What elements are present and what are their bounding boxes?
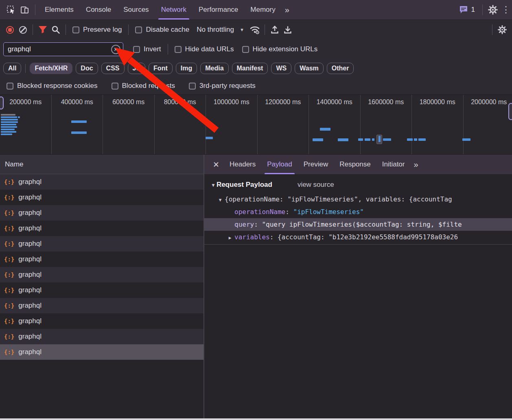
preserve-log-checkbox[interactable]: Preserve log: [72, 26, 122, 34]
timeline-right-handle[interactable]: [508, 103, 512, 120]
filter-chip-all[interactable]: All: [3, 63, 21, 74]
checkbox[interactable]: [242, 46, 249, 53]
blocked-response-cookies-checkbox[interactable]: Blocked response cookies: [7, 82, 98, 90]
more-detail-tabs-icon[interactable]: »: [410, 160, 421, 169]
more-tabs-icon[interactable]: »: [282, 0, 293, 20]
payload-entry-variables[interactable]: ▶variables: {accountTag: "b12e3b2192ee55…: [204, 231, 512, 243]
payload-entry-operationName[interactable]: operationName: "ipFlowTimeseries": [204, 206, 512, 218]
fetch-xhr-icon: {:}: [4, 256, 14, 262]
filter-chip-css[interactable]: CSS: [101, 63, 125, 74]
hide-extension-urls-checkbox[interactable]: Hide extension URLs: [242, 45, 318, 53]
checkbox[interactable]: [175, 46, 182, 53]
payload-root-node[interactable]: ▼{operationName: "ipFlowTimeseries", var…: [204, 193, 512, 206]
tab-console[interactable]: Console: [80, 0, 117, 20]
device-toolbar-icon[interactable]: [18, 3, 32, 17]
tab-headers[interactable]: Headers: [224, 155, 261, 174]
request-row-selected[interactable]: {:}graphql: [0, 344, 203, 360]
network-settings-gear-icon[interactable]: [496, 23, 509, 36]
close-icon[interactable]: ✕: [208, 160, 224, 169]
filter-chip-img[interactable]: Img: [176, 63, 197, 74]
disable-cache-checkbox[interactable]: Disable cache: [135, 26, 189, 34]
chevron-down-icon: ▼: [240, 27, 244, 32]
filter-chip-font[interactable]: Font: [149, 63, 173, 74]
filter-chip-other[interactable]: Other: [327, 63, 354, 74]
clear-filter-icon[interactable]: ✕: [111, 45, 120, 54]
filter-input[interactable]: [8, 45, 111, 53]
request-row[interactable]: {:}graphql: [0, 298, 203, 313]
network-conditions-icon[interactable]: [248, 23, 261, 36]
network-overview-timeline[interactable]: 200000 ms 400000 ms 600000 ms 800000 ms …: [0, 94, 512, 155]
checkbox[interactable]: [112, 83, 118, 90]
filter-chip-doc[interactable]: Doc: [76, 63, 98, 74]
request-row[interactable]: {:}graphql: [0, 190, 203, 205]
request-name: graphql: [18, 271, 42, 279]
payload-view: ▼ Request Payload view source ▼{operatio…: [204, 174, 512, 420]
blocked-requests-checkbox[interactable]: Blocked requests: [112, 82, 175, 90]
timeline-tick: 600000 ms: [103, 95, 155, 154]
record-button[interactable]: [3, 23, 16, 36]
triangle-down-icon: ▼: [216, 194, 225, 206]
clear-button[interactable]: [16, 23, 29, 36]
third-party-requests-checkbox[interactable]: 3rd-party requests: [189, 82, 256, 90]
request-row[interactable]: {:}graphql: [0, 236, 203, 252]
filter-chip-media[interactable]: Media: [200, 63, 228, 74]
timeline-bar: [18, 116, 20, 118]
request-row[interactable]: {:}graphql: [0, 205, 203, 221]
hide-data-urls-checkbox[interactable]: Hide data URLs: [175, 45, 234, 53]
hide-data-urls-label: Hide data URLs: [185, 45, 234, 53]
issues-counter[interactable]: 1: [459, 5, 475, 14]
timeline-bar: [1, 121, 18, 123]
settings-gear-icon[interactable]: [486, 3, 500, 17]
timeline-selection-marker: [376, 135, 382, 144]
invert-checkbox[interactable]: Invert: [133, 45, 161, 53]
tab-sources[interactable]: Sources: [117, 0, 155, 20]
filter-chip-fetch-xhr[interactable]: Fetch/XHR: [30, 63, 72, 74]
import-har-icon[interactable]: [268, 23, 281, 36]
filter-chip-js[interactable]: JS: [128, 63, 146, 74]
export-har-icon[interactable]: [281, 23, 294, 36]
request-row[interactable]: {:}graphql: [0, 174, 203, 190]
inspect-element-icon[interactable]: [4, 3, 18, 17]
tab-performance[interactable]: Performance: [193, 0, 244, 20]
tab-response[interactable]: Response: [334, 155, 376, 174]
tab-payload[interactable]: Payload: [261, 155, 298, 174]
tab-elements[interactable]: Elements: [39, 0, 80, 20]
json-object-preview: {accountTag: "b12e3b2192ee5588fdad995178…: [278, 233, 458, 241]
checkbox[interactable]: [7, 83, 13, 90]
request-row[interactable]: {:}graphql: [0, 329, 203, 344]
divider: [482, 4, 483, 15]
kebab-menu-icon[interactable]: ⋮: [500, 4, 512, 15]
tab-preview[interactable]: Preview: [298, 155, 334, 174]
request-row[interactable]: {:}graphql: [0, 282, 203, 298]
request-row[interactable]: {:}graphql: [0, 252, 203, 267]
issues-count: 1: [471, 6, 475, 14]
request-row[interactable]: {:}graphql: [0, 267, 203, 282]
filter-chip-wasm[interactable]: Wasm: [295, 63, 324, 74]
filter-funnel-icon[interactable]: [36, 23, 49, 36]
filter-input-box[interactable]: ✕: [3, 42, 123, 56]
checkbox[interactable]: [72, 26, 79, 33]
tab-initiator[interactable]: Initiator: [376, 155, 411, 174]
tab-network[interactable]: Network: [155, 0, 193, 20]
divider: [66, 24, 66, 35]
request-name: graphql: [18, 193, 42, 201]
tab-memory[interactable]: Memory: [244, 0, 281, 20]
name-column-header[interactable]: Name: [0, 155, 203, 174]
payload-entry-query[interactable]: query: "query ipFlowTimeseries($accountT…: [204, 218, 512, 231]
throttling-dropdown[interactable]: No throttling ▼: [197, 26, 244, 34]
filter-chip-manifest[interactable]: Manifest: [232, 63, 268, 74]
timeline-left-handle[interactable]: [0, 96, 4, 109]
requests-list: {:}graphql {:}graphql {:}graphql {:}grap…: [0, 174, 203, 360]
checkbox[interactable]: [135, 26, 142, 33]
checkbox[interactable]: [133, 46, 140, 53]
json-separator: :: [254, 221, 262, 228]
timeline-bar: [1, 119, 18, 120]
filter-chip-ws[interactable]: WS: [271, 63, 291, 74]
timeline-bar: [1, 126, 17, 128]
view-source-link[interactable]: view source: [298, 181, 334, 189]
search-icon[interactable]: [49, 23, 62, 36]
request-row[interactable]: {:}graphql: [0, 313, 203, 329]
checkbox[interactable]: [189, 83, 196, 90]
request-row[interactable]: {:}graphql: [0, 221, 203, 236]
request-payload-section[interactable]: ▼ Request Payload view source: [204, 174, 512, 193]
